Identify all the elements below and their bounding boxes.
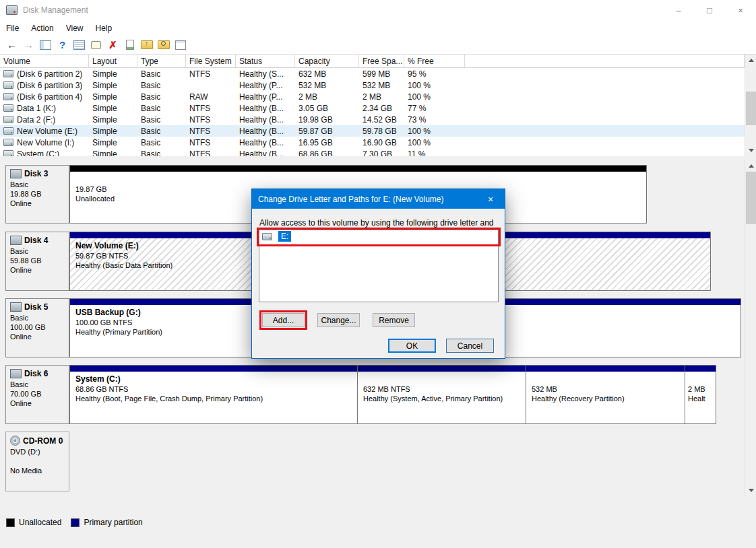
- cancel-button[interactable]: Cancel: [446, 339, 494, 353]
- close-button[interactable]: ×: [725, 0, 756, 20]
- volume-name: Data 1 (K:): [17, 104, 56, 113]
- table-row[interactable]: Data 2 (F:) Simple Basic NTFS Healthy (B…: [0, 114, 745, 125]
- cell-capacity: 16.95 GB: [295, 138, 359, 147]
- drive-letter-item[interactable]: E:: [259, 230, 498, 242]
- forward-icon[interactable]: [21, 37, 36, 53]
- menu-file[interactable]: File: [0, 22, 25, 35]
- menu-action[interactable]: Action: [25, 22, 59, 35]
- open-icon[interactable]: [122, 37, 137, 53]
- cell-file-system: NTFS: [186, 138, 236, 147]
- scroll-up-icon[interactable]: [745, 160, 756, 172]
- cell-file-system: NTFS: [186, 115, 236, 125]
- partition-recovery-532mb[interactable]: 532 MB Healthy (Recovery Partition): [526, 365, 685, 424]
- add-button[interactable]: Add...: [262, 313, 305, 327]
- app-icon: [6, 5, 18, 15]
- export-list-icon[interactable]: [71, 37, 87, 53]
- partition-system-c[interactable]: System (C:) 68.86 GB NTFS Healthy (Boot,…: [69, 365, 358, 424]
- partition-system-632mb[interactable]: 632 MB NTFS Healthy (System, Active, Pri…: [357, 365, 526, 424]
- drive-icon: [3, 93, 13, 100]
- drive-icon: [3, 81, 13, 89]
- menu-help[interactable]: Help: [90, 22, 119, 35]
- primary-partition-swatch: [71, 518, 80, 527]
- properties-icon[interactable]: [172, 37, 188, 53]
- cell-file-system: RAW: [186, 92, 236, 102]
- table-row[interactable]: New Volume (I:) Simple Basic NTFS Health…: [0, 137, 745, 148]
- column-type[interactable]: Type: [137, 55, 186, 67]
- ok-button[interactable]: OK: [388, 339, 436, 353]
- disk-6-header[interactable]: Disk 6 Basic 70.00 GB Online: [5, 365, 69, 424]
- cell-capacity: 532 MB: [295, 81, 359, 90]
- scrollbar-thumb[interactable]: [746, 172, 756, 224]
- column-capacity[interactable]: Capacity: [295, 55, 359, 67]
- cell-layout: Simple: [89, 81, 137, 90]
- partition-bar: [70, 366, 357, 372]
- cell-layout: Simple: [89, 104, 137, 113]
- cdrom-header[interactable]: CD-ROM 0 DVD (D:) No Media: [5, 432, 69, 491]
- scroll-up-icon[interactable]: [745, 55, 756, 66]
- maximize-button[interactable]: □: [694, 0, 725, 20]
- folder-up-icon[interactable]: [139, 37, 154, 53]
- cell-pct-free: 73 %: [404, 115, 465, 125]
- volume-name: (Disk 6 partition 3): [17, 81, 82, 90]
- disk-row-cdrom: CD-ROM 0 DVD (D:) No Media: [5, 432, 741, 491]
- drive-letter-listbox[interactable]: E:: [259, 230, 499, 302]
- disk-icon: [10, 236, 22, 245]
- legend: Unallocated Primary partition: [6, 518, 143, 527]
- cell-type: Basic: [137, 115, 186, 125]
- cell-free-space: 2 MB: [359, 92, 404, 102]
- table-row[interactable]: Data 1 (K:) Simple Basic NTFS Healthy (B…: [0, 102, 745, 114]
- column-volume[interactable]: Volume: [0, 55, 89, 67]
- cell-pct-free: 95 %: [404, 69, 465, 79]
- remove-button[interactable]: Remove: [373, 313, 415, 327]
- back-icon[interactable]: [4, 37, 20, 53]
- disk-icon: [10, 302, 22, 312]
- menu-view[interactable]: View: [60, 22, 90, 35]
- column-pct-free[interactable]: % Free: [404, 55, 465, 67]
- folder-find-icon[interactable]: [156, 37, 171, 53]
- disk-kind: Basic: [10, 180, 65, 189]
- scrollbar-thumb[interactable]: [746, 92, 756, 125]
- disk-name: CD-ROM 0: [23, 436, 63, 446]
- volume-list-scrollbar[interactable]: [745, 55, 756, 156]
- volume-list-header: Volume Layout Type File System Status Ca…: [0, 55, 745, 68]
- help-icon[interactable]: [55, 37, 70, 53]
- drive-icon: [3, 127, 13, 135]
- cell-layout: Simple: [89, 92, 137, 102]
- disk-size: 19.88 GB: [10, 189, 65, 199]
- legend-unallocated: Unallocated: [6, 518, 61, 527]
- scroll-down-icon[interactable]: [745, 485, 756, 496]
- volume-name: Data 2 (F:): [17, 115, 55, 125]
- unallocated-swatch: [6, 518, 15, 527]
- disk-5-header[interactable]: Disk 5 Basic 100.00 GB Online: [5, 298, 69, 357]
- column-layout[interactable]: Layout: [89, 55, 137, 67]
- scroll-down-icon[interactable]: [745, 145, 756, 156]
- cell-file-system: NTFS: [186, 69, 236, 79]
- minimize-button[interactable]: –: [663, 0, 694, 20]
- cell-type: Basic: [137, 81, 186, 90]
- cell-status: Healthy (P...: [236, 92, 295, 102]
- disk-3-header[interactable]: Disk 3 Basic 19.88 GB Online: [5, 165, 69, 224]
- partition-2mb[interactable]: 2 MB Healt: [685, 365, 716, 424]
- table-row[interactable]: New Volume (E:) Simple Basic NTFS Health…: [0, 125, 745, 137]
- column-file-system[interactable]: File System: [186, 55, 236, 67]
- partition-bar: [685, 366, 716, 372]
- disk-4-header[interactable]: Disk 4 Basic 59.88 GB Online: [5, 232, 69, 291]
- table-row[interactable]: (Disk 6 partition 2) Simple Basic NTFS H…: [0, 68, 745, 79]
- graphical-view-scrollbar[interactable]: [745, 160, 756, 496]
- dialog-close-icon[interactable]: ×: [476, 189, 505, 209]
- table-row[interactable]: (Disk 6 partition 4) Simple Basic RAW He…: [0, 91, 745, 102]
- table-row[interactable]: (Disk 6 partition 3) Simple Basic Health…: [0, 79, 745, 91]
- console-tree-icon[interactable]: [38, 37, 53, 53]
- partition-bar: [358, 366, 526, 372]
- cell-type: Basic: [137, 92, 186, 102]
- cell-status: Healthy (B...: [236, 138, 295, 147]
- change-button[interactable]: Change...: [317, 313, 360, 327]
- delete-icon[interactable]: [105, 37, 121, 53]
- menu-bar: File Action View Help: [0, 20, 756, 36]
- column-status[interactable]: Status: [236, 55, 295, 67]
- popup-help-icon[interactable]: [88, 37, 104, 53]
- table-row[interactable]: System (C:) Simple Basic NTFS Healthy (B…: [0, 148, 745, 156]
- volume-name: New Volume (I:): [17, 138, 74, 147]
- cell-type: Basic: [137, 104, 186, 113]
- column-free-space[interactable]: Free Spa...: [359, 55, 404, 67]
